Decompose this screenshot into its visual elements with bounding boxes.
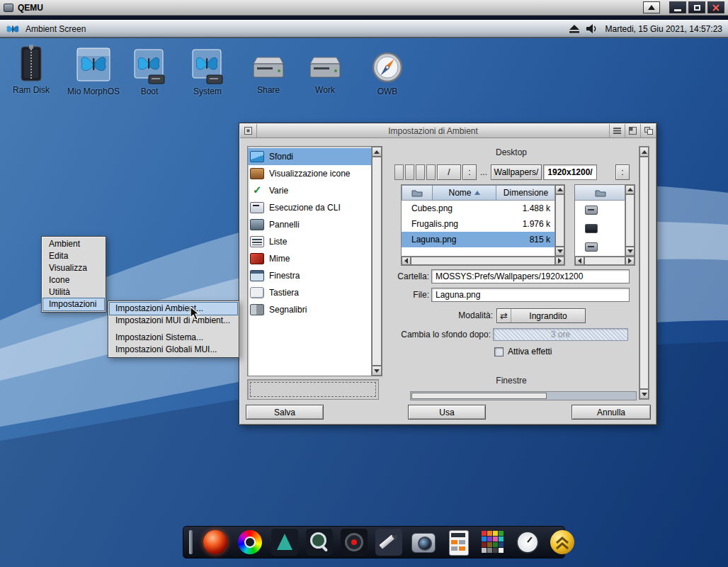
finestre-partial-track[interactable] [410, 391, 637, 400]
category-tastiera[interactable]: Tastiera [248, 284, 371, 301]
submenu-impostazioni-ambient[interactable]: Impostazioni Ambient... [110, 303, 237, 315]
category-pannelli[interactable]: Pannelli [248, 216, 371, 233]
category-scrollbar[interactable] [371, 147, 382, 376]
category-visualizzazione-icone[interactable]: Visualizzazione icone [248, 165, 371, 182]
submenu-impostazioni-mui-ambient[interactable]: Impostazioni MUI di Ambient... [110, 315, 237, 327]
scroll-left-button[interactable] [402, 257, 411, 265]
menu-item-icone[interactable]: Icone [43, 274, 104, 286]
scrollbar-thumb[interactable] [372, 157, 382, 366]
category-mime[interactable]: Mime [248, 250, 371, 267]
window-titlebar[interactable]: Impostazioni di Ambient [240, 124, 656, 138]
volume-row[interactable] [575, 201, 626, 219]
scroll-down-button[interactable] [555, 247, 564, 256]
shade-button[interactable] [643, 1, 660, 13]
prism-icon[interactable] [271, 529, 298, 556]
file-row-cubes[interactable]: Cubes.png 1.488 k [402, 201, 556, 216]
recorder-icon[interactable] [341, 529, 368, 556]
file-list-hscrollbar[interactable] [402, 256, 564, 265]
file-row-laguna[interactable]: Laguna.png 815 k [402, 232, 556, 247]
filter-string-gadget[interactable] [247, 379, 379, 400]
speaker-icon[interactable] [586, 24, 598, 33]
desktop-icon-system[interactable]: System [183, 47, 232, 96]
column-header-dimensione[interactable]: Dimensione [496, 185, 556, 201]
category-segnalibri[interactable]: Segnalibri [248, 301, 371, 318]
window-zoom-gadget[interactable] [625, 124, 640, 137]
category-finestra[interactable]: Finestra [248, 267, 371, 284]
calculator-icon[interactable] [445, 529, 472, 556]
pencil-icon[interactable] [375, 529, 402, 556]
dock-handle[interactable] [189, 530, 193, 554]
submenu-impostazioni-sistema[interactable]: Impostazioni Sistema... [110, 332, 237, 344]
scroll-down-button[interactable] [625, 247, 635, 256]
window-vscrollbar[interactable] [639, 146, 649, 400]
scrollbar-thumb[interactable] [555, 194, 564, 247]
attiva-effetti-checkbox[interactable] [494, 347, 504, 357]
scroll-down-button[interactable] [639, 389, 649, 399]
volume-row[interactable] [575, 219, 626, 237]
desktop-icon-ramdisk[interactable]: Ram Disk [10, 44, 52, 95]
scroll-left-button[interactable] [575, 257, 584, 265]
scrollbar-thumb[interactable] [411, 257, 555, 265]
path-colon-button[interactable]: : [462, 164, 477, 180]
volumes-vscrollbar[interactable] [625, 185, 635, 256]
cambia-sfondo-slider-disabled[interactable]: 3 ore [493, 328, 628, 341]
menu-item-utilita[interactable]: Utilità [43, 286, 104, 298]
menu-item-visualizza[interactable]: Visualizza [43, 262, 104, 274]
menu-item-edita[interactable]: Edita [43, 250, 104, 262]
eject-icon[interactable] [569, 25, 579, 33]
modalita-cycle-button[interactable]: ⇄ Ingrandito [496, 308, 586, 323]
category-liste[interactable]: Liste [248, 233, 371, 250]
menu-item-impostazioni[interactable]: Impostazioni [43, 298, 104, 310]
window-depth-gadget[interactable] [640, 124, 656, 137]
scrollbar-thumb[interactable] [639, 157, 649, 389]
parent-folder-button[interactable] [402, 185, 433, 201]
ambient-screenbar[interactable]: Ambient Screen Martedi, 15 Giu 2021, 14:… [0, 20, 728, 38]
salva-button[interactable]: Salva [246, 405, 324, 420]
close-button[interactable] [707, 1, 724, 13]
path-current-field[interactable]: 1920x1200/ [543, 164, 597, 180]
category-sfondi[interactable]: Sfondi [248, 148, 371, 165]
flame-orb-icon[interactable] [202, 529, 229, 556]
column-header-nome[interactable]: Nome [433, 185, 496, 201]
file-list-vscrollbar[interactable] [554, 185, 564, 256]
scrollbar-thumb[interactable] [625, 194, 635, 247]
file-field[interactable]: Laguna.png [431, 288, 630, 302]
volumes-hscrollbar[interactable] [575, 256, 635, 265]
desktop-icon-boot[interactable]: Boot [126, 47, 173, 96]
scrollbar-thumb[interactable] [584, 257, 625, 265]
minimize-button[interactable] [669, 1, 686, 13]
volumes-header-button[interactable] [575, 185, 626, 201]
scroll-down-button[interactable] [372, 366, 382, 376]
usa-button[interactable]: Usa [408, 405, 486, 420]
desktop-icon-work[interactable]: Work [302, 51, 348, 95]
annulla-button[interactable]: Annulla [571, 405, 651, 420]
desktop-icon-mio-morphos[interactable]: Mio MorphOS [64, 44, 123, 96]
color-wheel-icon[interactable] [237, 529, 263, 556]
screen-zoom-icon[interactable] [306, 529, 333, 556]
file-row-frugalis[interactable]: Frugalis.png 1.976 k [402, 216, 556, 232]
qemu-titlebar[interactable]: QEMU [0, 0, 728, 16]
path-root-button[interactable]: / [437, 164, 461, 180]
scrollbar-thumb[interactable] [411, 393, 547, 399]
category-esecuzione-da-cli[interactable]: Esecuzione da CLI [248, 199, 371, 216]
desktop-icon-share[interactable]: Share [245, 51, 292, 95]
category-varie[interactable]: Varie [248, 182, 371, 199]
cartella-field[interactable]: MOSSYS:Prefs/Wallpapers/1920x1200 [431, 269, 630, 284]
window-menu-gadget[interactable] [609, 124, 625, 137]
scroll-up-button[interactable] [625, 185, 635, 194]
path-segment-button[interactable] [416, 164, 425, 180]
scroll-up-button[interactable] [555, 185, 564, 194]
scroll-up-button[interactable] [639, 147, 649, 157]
color-palette-icon[interactable] [479, 529, 506, 556]
path-segment-button[interactable] [426, 164, 436, 180]
camera-icon[interactable] [410, 529, 437, 556]
path-parent-button[interactable]: Wallpapers/ [491, 164, 542, 180]
volume-row[interactable] [575, 237, 626, 256]
submenu-impostazioni-globali-mui[interactable]: Impostazioni Globali MUI... [110, 344, 237, 356]
maximize-button[interactable] [688, 1, 705, 13]
scroll-right-button[interactable] [625, 257, 635, 265]
clock-icon[interactable] [514, 529, 541, 556]
scroll-up-button[interactable] [372, 147, 382, 157]
desktop-icon-owb[interactable]: OWB [365, 50, 409, 96]
path-segment-button[interactable] [394, 164, 404, 180]
